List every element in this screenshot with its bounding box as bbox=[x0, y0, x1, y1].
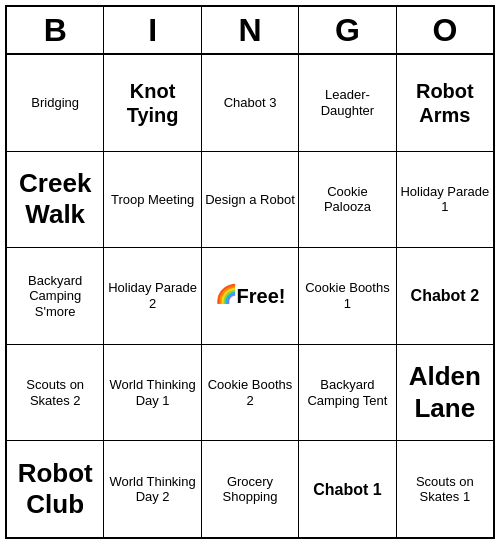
bingo-cell-1-2: Design a Robot bbox=[202, 152, 299, 248]
bingo-row-4: Robot ClubWorld Thinking Day 2Grocery Sh… bbox=[7, 441, 493, 537]
bingo-row-1: Creek WalkTroop MeetingDesign a RobotCoo… bbox=[7, 152, 493, 249]
bingo-cell-4-4: Scouts on Skates 1 bbox=[397, 441, 493, 537]
bingo-cell-4-3: Chabot 1 bbox=[299, 441, 396, 537]
bingo-card: BINGO BridgingKnot TyingChabot 3Leader-D… bbox=[5, 5, 495, 539]
bingo-cell-2-3: Cookie Booths 1 bbox=[299, 248, 396, 344]
bingo-cell-4-2: Grocery Shopping bbox=[202, 441, 299, 537]
bingo-row-2: Backyard Camping S'moreHoliday Parade 2🌈… bbox=[7, 248, 493, 345]
bingo-header: BINGO bbox=[7, 7, 493, 55]
bingo-cell-2-0: Backyard Camping S'more bbox=[7, 248, 104, 344]
bingo-cell-3-3: Backyard Camping Tent bbox=[299, 345, 396, 441]
bingo-cell-1-0: Creek Walk bbox=[7, 152, 104, 248]
bingo-row-3: Scouts on Skates 2World Thinking Day 1Co… bbox=[7, 345, 493, 442]
bingo-cell-1-4: Holiday Parade 1 bbox=[397, 152, 493, 248]
bingo-cell-0-3: Leader-Daughter bbox=[299, 55, 396, 151]
header-letter-b: B bbox=[7, 7, 104, 53]
header-letter-o: O bbox=[397, 7, 493, 53]
bingo-cell-1-1: Troop Meeting bbox=[104, 152, 201, 248]
bingo-cell-2-2: 🌈Free! bbox=[202, 248, 299, 344]
bingo-cell-2-1: Holiday Parade 2 bbox=[104, 248, 201, 344]
bingo-cell-0-4: Robot Arms bbox=[397, 55, 493, 151]
bingo-cell-4-0: Robot Club bbox=[7, 441, 104, 537]
bingo-cell-3-0: Scouts on Skates 2 bbox=[7, 345, 104, 441]
bingo-cell-4-1: World Thinking Day 2 bbox=[104, 441, 201, 537]
header-letter-i: I bbox=[104, 7, 201, 53]
bingo-cell-3-2: Cookie Booths 2 bbox=[202, 345, 299, 441]
bingo-cell-1-3: Cookie Palooza bbox=[299, 152, 396, 248]
bingo-cell-0-1: Knot Tying bbox=[104, 55, 201, 151]
bingo-cell-0-0: Bridging bbox=[7, 55, 104, 151]
bingo-cell-3-1: World Thinking Day 1 bbox=[104, 345, 201, 441]
bingo-cell-0-2: Chabot 3 bbox=[202, 55, 299, 151]
bingo-grid: BridgingKnot TyingChabot 3Leader-Daughte… bbox=[7, 55, 493, 537]
bingo-cell-2-4: Chabot 2 bbox=[397, 248, 493, 344]
bingo-cell-3-4: Alden Lane bbox=[397, 345, 493, 441]
header-letter-g: G bbox=[299, 7, 396, 53]
bingo-row-0: BridgingKnot TyingChabot 3Leader-Daughte… bbox=[7, 55, 493, 152]
header-letter-n: N bbox=[202, 7, 299, 53]
